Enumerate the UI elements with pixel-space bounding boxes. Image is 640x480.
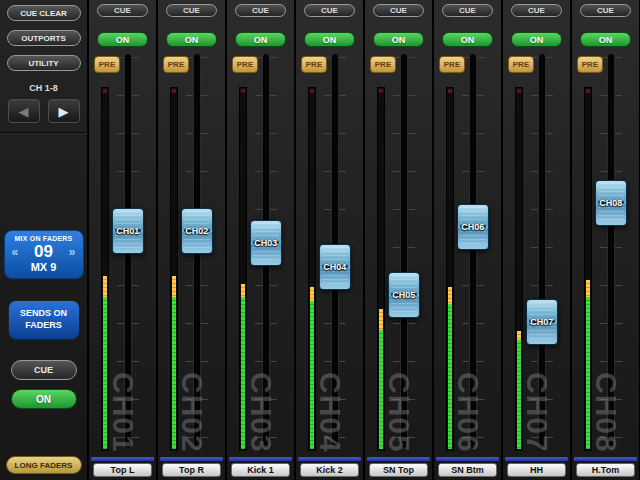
sidebar-cue-button[interactable]: CUE [11,360,77,380]
channel-name[interactable]: SN Top [369,463,428,477]
channel-cue-button[interactable]: CUE [166,4,217,17]
channel-cue-button[interactable]: CUE [511,4,562,17]
sidebar: CUE CLEAR OUTPORTS UTILITY CH 1-8 ◀ ▶ MI… [0,0,88,480]
channel-on-button[interactable]: ON [511,32,562,47]
pre-indicator[interactable]: PRE [301,56,327,73]
clip-indicator [517,89,521,93]
channel-color-bar [505,457,568,461]
channel-number-watermark: CH08 [589,372,623,453]
pre-indicator[interactable]: PRE [508,56,534,73]
fader-cap[interactable]: CH05 [388,272,420,318]
channel-name[interactable]: Top L [93,463,152,477]
pre-indicator[interactable]: PRE [163,56,189,73]
channel-strip: CUE ON PRE CH01 CH01 Top L [89,0,156,480]
channel-strip: CUE ON PRE CH08 CH08 H.Tom [572,0,639,480]
meter-peak-segment [379,309,383,331]
fader-cap-label: CH07 [527,317,557,327]
channel-cue-button[interactable]: CUE [580,4,631,17]
mix-next-icon[interactable]: » [69,245,76,259]
clip-indicator [310,89,314,93]
channel-color-bar [229,457,292,461]
pre-indicator[interactable]: PRE [232,56,258,73]
long-faders-button[interactable]: LONG FADERS [6,456,82,474]
arrow-right-icon: ▶ [59,105,69,118]
channel-name[interactable]: Top R [162,463,221,477]
fader-cap[interactable]: CH06 [457,204,489,250]
channel-fader-area: PRE CH08 CH08 [572,47,639,457]
meter-peak-segment [448,287,452,305]
channel-on-button[interactable]: ON [166,32,217,47]
channel-number-watermark: CH02 [175,372,209,453]
clip-indicator [241,89,245,93]
channel-name[interactable]: Kick 1 [231,463,290,477]
channel-strip: CUE ON PRE CH06 CH06 SN Bt [434,0,501,480]
channel-name[interactable]: H.Tom [576,463,635,477]
mix-prev-icon[interactable]: « [12,245,19,259]
mix-on-faders-panel[interactable]: MIX ON FADERS « 09 » MX 9 [4,230,84,279]
utility-button[interactable]: UTILITY [7,55,81,71]
meter-peak-segment [310,287,314,301]
clip-indicator [586,89,590,93]
cue-clear-button[interactable]: CUE CLEAR [7,5,81,21]
channel-name[interactable]: HH [507,463,566,477]
channel-name[interactable]: Kick 2 [300,463,359,477]
channel-fader-area: PRE CH04 CH04 [296,47,363,457]
sends-on-faders-button[interactable]: SENDS ON FADERS [8,300,80,340]
channel-number-watermark: CH05 [382,372,416,453]
sidebar-on-button[interactable]: ON [11,389,77,409]
channel-number-watermark: CH06 [451,372,485,453]
channel-fader-area: PRE CH01 CH01 [89,47,156,457]
pre-indicator[interactable]: PRE [94,56,120,73]
channel-name[interactable]: SN Btm [438,463,497,477]
fader-cap[interactable]: CH08 [595,180,627,226]
pre-indicator[interactable]: PRE [439,56,465,73]
mix-name: MX 9 [7,261,81,273]
channel-color-bar [298,457,361,461]
pre-indicator[interactable]: PRE [370,56,396,73]
channel-cue-button[interactable]: CUE [442,4,493,17]
channel-on-button[interactable]: ON [442,32,493,47]
bank-nav: ◀ ▶ [8,99,80,123]
fader-cap[interactable]: CH01 [112,208,144,254]
clip-indicator [172,89,176,93]
channel-color-bar [91,457,154,461]
channel-cue-button[interactable]: CUE [373,4,424,17]
channel-color-bar [574,457,637,461]
clip-indicator [103,89,107,93]
meter-peak-segment [586,280,590,298]
channel-on-button[interactable]: ON [304,32,355,47]
channel-on-button[interactable]: ON [97,32,148,47]
channel-fader-area: PRE CH06 CH06 [434,47,501,457]
bank-next-button[interactable]: ▶ [48,99,80,123]
channel-on-button[interactable]: ON [373,32,424,47]
channel-fader-area: PRE CH05 CH05 [365,47,432,457]
bank-prev-button[interactable]: ◀ [8,99,40,123]
channel-strips: CUE ON PRE CH01 CH01 Top L [88,0,640,480]
pre-indicator[interactable]: PRE [577,56,603,73]
meter-peak-segment [103,276,107,298]
sidebar-divider [0,132,88,134]
channel-bank-label: CH 1-8 [29,83,58,93]
fader-cap[interactable]: CH02 [181,208,213,254]
channel-cue-button[interactable]: CUE [235,4,286,17]
channel-cue-button[interactable]: CUE [97,4,148,17]
fader-cap-label: CH05 [389,290,419,300]
channel-on-button[interactable]: ON [580,32,631,47]
channel-number-watermark: CH07 [520,372,554,453]
fader-cap[interactable]: CH07 [526,299,558,345]
channel-number-watermark: CH04 [313,372,347,453]
channel-number-watermark: CH03 [244,372,278,453]
channel-fader-area: PRE CH02 CH02 [158,47,225,457]
clip-indicator [379,89,383,93]
channel-color-bar [436,457,499,461]
arrow-left-icon: ◀ [19,105,29,118]
fader-cap[interactable]: CH04 [319,244,351,290]
fader-cap[interactable]: CH03 [250,220,282,266]
channel-strip: CUE ON PRE CH04 CH04 Kick [296,0,363,480]
outports-button[interactable]: OUTPORTS [7,30,81,46]
channel-cue-button[interactable]: CUE [304,4,355,17]
channel-fader-area: PRE CH07 CH07 [503,47,570,457]
channel-strip: CUE ON PRE CH05 CH05 SN To [365,0,432,480]
channel-on-button[interactable]: ON [235,32,286,47]
channel-strip: CUE ON PRE CH07 CH07 HH [503,0,570,480]
